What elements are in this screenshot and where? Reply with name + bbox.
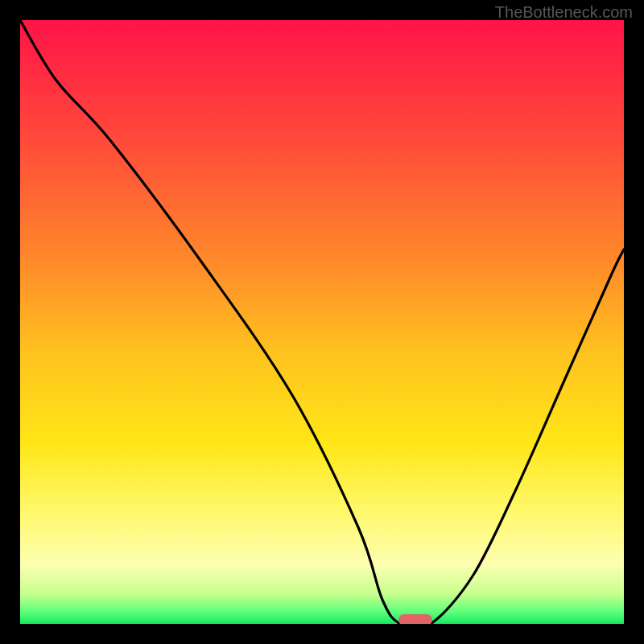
optimal-marker bbox=[398, 614, 432, 624]
plot-area bbox=[20, 20, 624, 624]
watermark-text: TheBottleneck.com bbox=[495, 3, 633, 22]
bottleneck-curve bbox=[20, 20, 624, 624]
plot-frame bbox=[20, 20, 624, 624]
